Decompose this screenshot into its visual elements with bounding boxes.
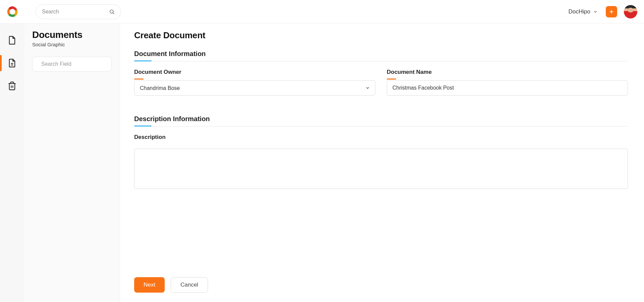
main-content: Create Document Document Information Doc… bbox=[120, 23, 644, 302]
panel-subtitle: Social Graphic bbox=[32, 42, 112, 47]
global-search-input[interactable] bbox=[42, 9, 109, 15]
global-search[interactable] bbox=[36, 4, 121, 19]
svg-point-0 bbox=[9, 9, 15, 14]
form-actions: Next Cancel bbox=[134, 277, 628, 293]
nav-documents[interactable] bbox=[0, 52, 24, 74]
section-document-information: Document Information bbox=[134, 50, 628, 61]
plus-icon bbox=[608, 9, 614, 15]
trash-icon bbox=[7, 81, 17, 91]
panel-title: Documents bbox=[32, 30, 112, 40]
panel-search-input[interactable] bbox=[41, 61, 108, 67]
svg-point-1 bbox=[110, 10, 113, 13]
svg-line-2 bbox=[113, 12, 114, 14]
description-textarea[interactable] bbox=[134, 149, 628, 189]
label-document-name: Document Name bbox=[387, 69, 628, 76]
section-description-information: Description Information bbox=[134, 115, 628, 127]
document-owner-select[interactable]: Chandrima Bose bbox=[134, 80, 375, 96]
app-logo[interactable] bbox=[6, 5, 19, 18]
documents-panel: Documents Social Graphic bbox=[24, 23, 120, 302]
topbar: DocHipo bbox=[0, 0, 644, 23]
nav-trash[interactable] bbox=[0, 75, 24, 97]
panel-search[interactable] bbox=[32, 57, 112, 71]
cancel-button[interactable]: Cancel bbox=[171, 277, 208, 293]
page-title: Create Document bbox=[134, 30, 628, 41]
label-description: Description bbox=[134, 134, 628, 141]
document-text-icon bbox=[7, 58, 17, 68]
next-button[interactable]: Next bbox=[134, 277, 165, 293]
label-document-owner: Document Owner bbox=[134, 69, 375, 76]
user-avatar[interactable] bbox=[624, 5, 637, 18]
nav-new-document[interactable] bbox=[0, 30, 24, 51]
nav-rail bbox=[0, 23, 24, 302]
document-name-input[interactable] bbox=[387, 80, 628, 96]
document-blank-icon bbox=[7, 36, 17, 45]
workspace-dropdown[interactable]: DocHipo bbox=[569, 8, 598, 15]
workspace-name: DocHipo bbox=[569, 8, 590, 15]
search-icon bbox=[109, 8, 115, 15]
create-button[interactable] bbox=[606, 6, 617, 17]
chevron-down-icon bbox=[593, 9, 598, 14]
